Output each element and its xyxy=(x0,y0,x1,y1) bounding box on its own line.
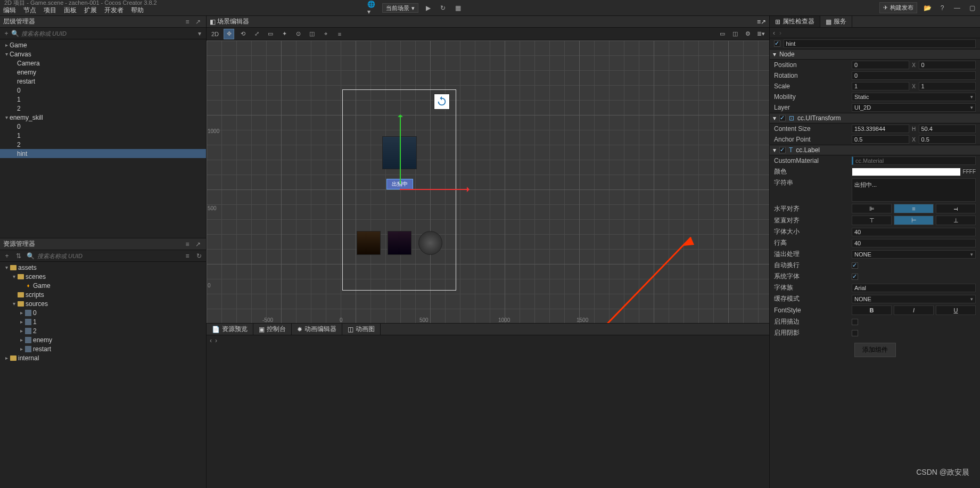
node-name-input[interactable] xyxy=(784,39,976,48)
build-publish-button[interactable]: ✈ 构建发布 xyxy=(879,2,917,13)
font-size-input[interactable]: 40 xyxy=(852,228,976,236)
mobility-dropdown[interactable]: Static xyxy=(852,93,976,101)
tree-item-0[interactable]: 0 xyxy=(0,122,206,131)
sys-font-checkbox[interactable] xyxy=(852,274,858,280)
gear-icon[interactable]: ⚙ xyxy=(743,29,753,39)
valign-top[interactable]: ⊤ xyxy=(852,216,892,225)
tree-item-0[interactable]: ▸0 xyxy=(0,308,206,317)
menu-help[interactable]: 帮助 xyxy=(131,6,144,15)
pos-y-input[interactable]: 0 xyxy=(919,61,976,69)
halign-center[interactable]: ≡ xyxy=(894,204,934,213)
section-node[interactable]: ▾ Node xyxy=(770,49,980,60)
tree-item-scenes[interactable]: ▾scenes xyxy=(0,272,206,281)
menu-edit[interactable]: 编辑 xyxy=(3,6,16,15)
tree-item-internal[interactable]: ▸internal xyxy=(0,353,206,362)
pos-x-input[interactable]: 0 xyxy=(852,61,909,69)
assets-add-icon[interactable]: + xyxy=(2,251,12,261)
add-component-button[interactable]: 添加组件 xyxy=(854,343,896,357)
cs-h-input[interactable]: 50.4 xyxy=(919,125,976,133)
insp-back-icon[interactable]: ‹ xyxy=(773,29,775,37)
sprite-skill-0[interactable] xyxy=(357,231,381,255)
tab-services[interactable]: ▦ 服务 xyxy=(820,16,852,27)
rot-input[interactable]: 0 xyxy=(852,71,976,80)
custom-material-input[interactable] xyxy=(852,156,976,165)
anchor-tool-icon[interactable]: ⊙ xyxy=(293,29,303,39)
assets-menu-icon[interactable]: ≡ xyxy=(183,239,192,249)
hierarchy-tree[interactable]: ▸Game▾CanvasCameraenemyrestart012▾enemy_… xyxy=(0,39,206,238)
tree-item-Camera[interactable]: Camera xyxy=(0,59,206,68)
scene-viewport[interactable]: 10005000 -500050010001500 出招中 xyxy=(207,40,769,323)
string-textarea[interactable]: 出招中... xyxy=(852,178,976,202)
nav-back-icon[interactable]: ‹ xyxy=(210,337,212,344)
refresh-button[interactable]: ↻ xyxy=(438,3,448,13)
scene-menu-icon[interactable]: ≡ xyxy=(757,18,761,26)
assets-tree[interactable]: ▾assets▾scenes♦Gamescripts▾sources▸0▸1▸2… xyxy=(0,262,206,488)
qrcode-icon[interactable]: ▦ xyxy=(452,3,463,13)
sprite-skill-1[interactable] xyxy=(388,231,411,255)
assets-pop-icon[interactable]: ↗ xyxy=(193,239,203,249)
gizmo-x-axis[interactable] xyxy=(400,189,469,190)
node-enabled-checkbox[interactable] xyxy=(774,40,780,47)
font-bold[interactable]: B xyxy=(852,305,892,315)
cs-w-input[interactable]: 153.339844 xyxy=(852,125,909,133)
transform-tool-icon[interactable]: ✦ xyxy=(279,29,290,39)
menu-panel[interactable]: 面板 xyxy=(64,6,77,15)
open-project-icon[interactable]: 📂 xyxy=(923,3,932,13)
move-tool-icon[interactable]: ✥ xyxy=(224,29,234,39)
layer-dropdown[interactable]: UI_2D xyxy=(852,103,976,112)
align-tool-icon[interactable]: ≡ xyxy=(334,29,345,39)
maximize-icon[interactable]: ▢ xyxy=(967,3,977,13)
tree-item-Canvas[interactable]: ▾Canvas xyxy=(0,49,206,59)
preview-browser-icon[interactable]: 🌐▾ xyxy=(367,3,378,13)
auto-wrap-checkbox[interactable] xyxy=(852,262,858,269)
menu-extension[interactable]: 扩展 xyxy=(84,6,97,15)
tree-item-hint[interactable]: hint xyxy=(0,149,206,158)
snapshot-icon[interactable]: ◫ xyxy=(730,29,740,39)
tree-item-enemy_skill[interactable]: ▾enemy_skill xyxy=(0,113,206,122)
tree-item-assets[interactable]: ▾assets xyxy=(0,263,206,272)
add-icon[interactable]: + xyxy=(2,29,11,38)
inspector-body[interactable]: ▾ Node Position0X0 Rotation0 Scale1X1 Mo… xyxy=(770,38,980,488)
tab-asset-preview[interactable]: 📄 资源预览 xyxy=(207,324,253,335)
tree-item-0[interactable]: 0 xyxy=(0,86,206,95)
assets-filter-icon[interactable]: ≡ xyxy=(183,251,192,261)
anchor-x-input[interactable]: 0.5 xyxy=(852,135,909,144)
label-enabled-checkbox[interactable] xyxy=(779,147,786,153)
scale-x-input[interactable]: 1 xyxy=(852,82,909,90)
tree-item-2[interactable]: ▸2 xyxy=(0,326,206,335)
tree-item-1[interactable]: ▸1 xyxy=(0,317,206,326)
section-uitransform[interactable]: ▾ ⊡ cc.UITransform xyxy=(770,113,980,123)
gizmo-y-axis[interactable] xyxy=(400,115,401,184)
tab-inspector[interactable]: ⊞ 属性检查器 xyxy=(770,16,820,27)
overflow-dropdown[interactable]: NONE xyxy=(852,250,976,259)
tree-item-Game[interactable]: ♦Game xyxy=(0,281,206,290)
snap-tool-icon[interactable]: ◫ xyxy=(307,29,317,39)
assets-refresh-icon[interactable]: ↻ xyxy=(194,251,204,261)
tab-anim-editor[interactable]: ✸ 动画编辑器 xyxy=(292,324,342,335)
halign-right[interactable]: ⫤ xyxy=(936,204,976,213)
hierarchy-pop-icon[interactable]: ↗ xyxy=(193,17,203,27)
assets-search-input[interactable] xyxy=(37,253,180,259)
assets-sort-icon[interactable]: ⇅ xyxy=(14,251,23,261)
sprite-skill-2[interactable] xyxy=(418,231,442,255)
section-label[interactable]: ▾ T cc.Label xyxy=(770,145,980,155)
tree-item-sources[interactable]: ▾sources xyxy=(0,299,206,308)
tree-item-scripts[interactable]: scripts xyxy=(0,290,206,299)
valign-middle[interactable]: ⊢ xyxy=(894,216,934,225)
menu-developer[interactable]: 开发者 xyxy=(104,6,123,15)
tree-item-2[interactable]: 2 xyxy=(0,104,206,113)
rotate-tool-icon[interactable]: ⟲ xyxy=(237,29,248,39)
font-underline[interactable]: U xyxy=(936,305,976,315)
insp-fwd-icon[interactable]: › xyxy=(779,29,781,37)
camera-icon[interactable]: ▭ xyxy=(717,29,728,39)
tab-anim-graph[interactable]: ◫ 动画图 xyxy=(342,324,381,335)
line-height-input[interactable]: 40 xyxy=(852,239,976,247)
play-button[interactable]: ▶ xyxy=(423,3,433,13)
scene-pop-icon[interactable]: ↗ xyxy=(761,18,766,26)
cache-mode-dropdown[interactable]: NONE xyxy=(852,295,976,303)
mode-2d-button[interactable]: 2D xyxy=(210,29,220,39)
tab-console[interactable]: ▣ 控制台 xyxy=(253,324,292,335)
tree-item-1[interactable]: 1 xyxy=(0,95,206,104)
help-icon[interactable]: ? xyxy=(937,3,947,13)
font-family-input[interactable] xyxy=(852,284,976,292)
